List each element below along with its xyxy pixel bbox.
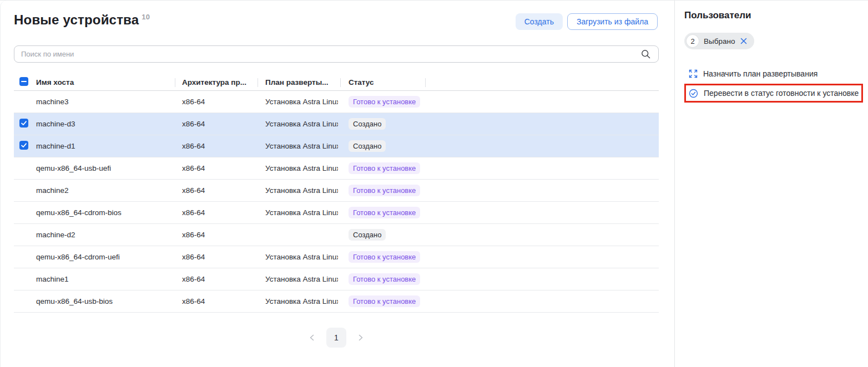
- status-badge: Готово к установке: [349, 162, 420, 174]
- search-input[interactable]: [14, 45, 659, 63]
- page-header: Новые устройства10 Создать Загрузить из …: [14, 12, 658, 30]
- header-buttons: Создать Загрузить из файла: [516, 13, 658, 30]
- deployment-plan-value: Установка Astra Linux: [265, 142, 338, 150]
- host-name: qemu-x86_64-cdrom-bios: [36, 208, 122, 217]
- column-header-hostname[interactable]: Имя хоста: [36, 75, 175, 90]
- page-title-text: Новые устройства: [14, 12, 139, 27]
- action-assign-deployment-plan[interactable]: Назначить план развертывания: [684, 67, 868, 80]
- status-badge: Готово к установке: [349, 207, 420, 218]
- devices-table: Имя хоста Архитектура пр... План разверт…: [14, 75, 659, 313]
- next-page-button[interactable]: [354, 331, 367, 344]
- indeterminate-minus-icon: [19, 77, 28, 86]
- status-badge: Готово к установке: [349, 185, 420, 196]
- deployment-plan-value: Установка Astra Linux: [265, 208, 338, 217]
- action-label: Перевести в статус готовности к установк…: [704, 89, 859, 98]
- column-header-deployment-plan[interactable]: План разверты...: [258, 75, 340, 90]
- devices-panel: Новые устройства10 Создать Загрузить из …: [0, 1, 675, 367]
- host-name: machine-d1: [36, 142, 75, 150]
- close-icon[interactable]: [740, 37, 748, 45]
- prev-page-button[interactable]: [306, 331, 319, 344]
- status-badge: Создано: [349, 140, 386, 152]
- host-name: qemu-x86_64-usb-uefi: [36, 164, 111, 172]
- search-icon: [641, 49, 650, 59]
- deployment-plan-value: Установка Astra Linux: [265, 98, 338, 106]
- action-set-ready-status[interactable]: Перевести в статус готовности к установк…: [686, 86, 859, 100]
- deployment-plan-value: Установка Astra Linux: [265, 297, 338, 305]
- table-row[interactable]: machine-d1 x86-64 Установка Astra Linux …: [14, 135, 659, 157]
- architecture-value: x86-64: [175, 201, 258, 223]
- status-badge: Готово к установке: [349, 273, 420, 285]
- status-badge: Создано: [349, 118, 386, 130]
- host-name: machine3: [36, 98, 69, 106]
- create-button[interactable]: Создать: [516, 13, 563, 30]
- checkmark-icon: [19, 119, 28, 128]
- status-badge: Готово к установке: [349, 295, 420, 307]
- action-label: Назначить план развертывания: [703, 69, 817, 78]
- table-row[interactable]: qemu-x86_64-cdrom-bios x86-64 Установка …: [14, 201, 659, 223]
- selected-chip[interactable]: 2 Выбрано: [684, 33, 754, 49]
- status-badge: Создано: [349, 229, 386, 241]
- column-header-extra: [425, 75, 659, 90]
- host-name: machine1: [36, 275, 69, 283]
- deployment-plan-value: Установка Astra Linux: [265, 275, 338, 283]
- table-row[interactable]: qemu-x86_64-cdrom-uefi x86-64 Установка …: [14, 246, 659, 268]
- host-name: machine2: [36, 186, 69, 195]
- architecture-value: x86-64: [175, 157, 258, 179]
- users-sidebar: Пользователи 2 Выбрано Назначить план ра…: [675, 1, 868, 367]
- table-row[interactable]: machine-d3 x86-64 Установка Astra Linux …: [14, 113, 659, 135]
- architecture-value: x86-64: [175, 246, 258, 268]
- selected-label: Выбрано: [704, 37, 735, 45]
- check-circle-icon: [689, 89, 698, 98]
- selected-count: 2: [687, 35, 699, 47]
- column-header-status[interactable]: Статус: [340, 75, 425, 90]
- bulk-actions: Назначить план развертывания Перевести в…: [684, 67, 868, 103]
- table-header-row: Имя хоста Архитектура пр... План разверт…: [14, 75, 659, 90]
- status-badge: Готово к установке: [349, 96, 420, 108]
- search-bar: [14, 45, 658, 63]
- chevron-right-icon: [356, 333, 365, 342]
- host-name: machine-d2: [36, 231, 75, 239]
- checkmark-icon: [19, 141, 28, 150]
- select-all-checkbox[interactable]: [19, 77, 28, 86]
- page-number-button[interactable]: 1: [326, 328, 346, 348]
- table-row[interactable]: machine2 x86-64 Установка Astra Linux Го…: [14, 179, 659, 201]
- host-name: qemu-x86_64-usb-bios: [36, 297, 113, 305]
- device-count-badge: 10: [142, 13, 150, 21]
- host-name: qemu-x86_64-cdrom-uefi: [36, 253, 120, 261]
- host-name: machine-d3: [36, 120, 75, 128]
- chevron-left-icon: [308, 333, 317, 342]
- row-checkbox[interactable]: [19, 119, 28, 128]
- architecture-value: x86-64: [175, 290, 258, 312]
- architecture-value: x86-64: [175, 179, 258, 201]
- pagination: 1: [14, 328, 659, 348]
- architecture-value: x86-64: [175, 135, 258, 157]
- status-badge: Готово к установке: [349, 251, 420, 263]
- table-row[interactable]: machine3 x86-64 Установка Astra Linux Го…: [14, 90, 659, 113]
- deployment-plan-value: Установка Astra Linux: [265, 164, 338, 172]
- row-checkbox[interactable]: [19, 141, 28, 150]
- table-row[interactable]: machine-d2 x86-64 Создано: [14, 223, 659, 246]
- table-row[interactable]: qemu-x86_64-usb-uefi x86-64 Установка As…: [14, 157, 659, 179]
- page-title: Новые устройства10: [14, 12, 150, 28]
- column-header-architecture[interactable]: Архитектура пр...: [175, 75, 258, 90]
- sidebar-title: Пользователи: [684, 10, 868, 21]
- architecture-value: x86-64: [175, 113, 258, 135]
- expand-arrows-icon: [689, 69, 698, 78]
- table-row[interactable]: machine1 x86-64 Установка Astra Linux Го…: [14, 268, 659, 290]
- app-window: Новые устройства10 Создать Загрузить из …: [0, 0, 868, 367]
- table-row[interactable]: qemu-x86_64-usb-bios x86-64 Установка As…: [14, 290, 659, 312]
- upload-from-file-button[interactable]: Загрузить из файла: [567, 13, 658, 30]
- annotation-highlight: Перевести в статус готовности к установк…: [684, 84, 863, 103]
- architecture-value: x86-64: [175, 268, 258, 290]
- deployment-plan-value: Установка Astra Linux: [265, 253, 338, 261]
- architecture-value: x86-64: [175, 90, 258, 113]
- architecture-value: x86-64: [175, 223, 258, 246]
- deployment-plan-value: Установка Astra Linux: [265, 186, 338, 195]
- deployment-plan-value: Установка Astra Linux: [265, 120, 338, 128]
